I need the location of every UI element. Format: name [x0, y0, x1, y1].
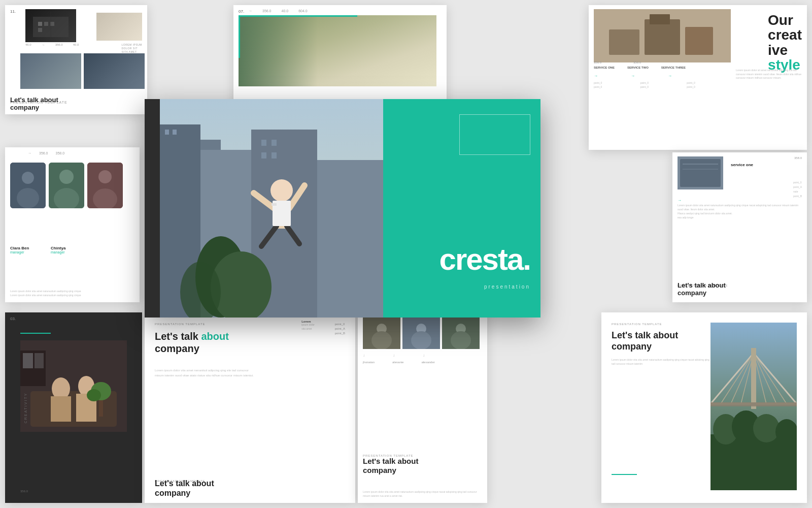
- photo-1: [363, 318, 400, 349]
- slide-main-photo: [160, 99, 386, 318]
- slide-3-columns: point_0point_0 point_0point_0 point_0poi…: [594, 81, 726, 89]
- slide-bc-left-lorem-box: Lorem ipsum dolorsita amet: [301, 320, 315, 331]
- svg-rect-80: [710, 402, 797, 406]
- svg-point-12: [22, 172, 34, 184]
- slide-team: → 356.0 358.0: [5, 147, 140, 302]
- svg-point-67: [451, 331, 471, 349]
- slide-service-sm: 16. service one 358.0 → Lorem ipsum dolo…: [672, 152, 807, 302]
- slide-3-arrows: → → →: [594, 74, 672, 78]
- svg-point-61: [371, 331, 392, 349]
- slide-bc-center-lorem: Lorem ipsum dolor vita sita amet naturau…: [363, 490, 482, 498]
- svg-rect-2: [44, 22, 48, 26]
- slide-service-title: service one: [731, 163, 753, 167]
- slide-bc-center: ↓ ↓ ↓ jhonatan alevanie alexander PRESEN…: [358, 312, 487, 503]
- slide-service-text: Lorem ipsum dolor sita amet naturauitum …: [678, 203, 799, 219]
- slide-2-image: [239, 15, 436, 86]
- slide-team-photos: [10, 163, 123, 208]
- slide-team-member-1: Clara Ben manager: [10, 246, 29, 254]
- slide-bc-left-lorem: Lorem ipsum dolor vita amet nenanituit a…: [155, 368, 256, 378]
- svg-rect-34: [261, 152, 266, 158]
- svg-rect-9: [685, 27, 713, 55]
- svg-rect-57: [23, 353, 33, 368]
- slide-3-heading: Ourcreative style: [768, 13, 802, 73]
- svg-point-84: [753, 414, 780, 442]
- slide-br-image: [710, 323, 797, 490]
- slide-dark-label: creativity: [24, 392, 27, 423]
- slide-br-lorem: Lorem ipsum dolor vita sita amet naturau…: [612, 358, 713, 366]
- slide-team-photo-1: [10, 163, 46, 208]
- slide-dark-number: 03.: [10, 316, 16, 321]
- slide-team-photo-3: [87, 163, 123, 208]
- slide-bc-left: PRESENTATION TEMPLATE Let's talk aboutco…: [145, 312, 355, 503]
- slide-team-member-2: Chintya manager: [51, 246, 65, 254]
- svg-rect-21: [680, 159, 721, 187]
- slide-1-image-2: [96, 13, 142, 41]
- svg-point-18: [98, 170, 112, 183]
- slide-bc-center-names: jhonatan alevanie alexander: [363, 361, 435, 364]
- svg-point-64: [411, 331, 431, 349]
- slide-1-image-3: [84, 53, 145, 89]
- slide-team-desc: Lorem ipsum dolor sita amet naturauitum …: [10, 290, 132, 297]
- slide-bc-center-arrows: ↓ ↓ ↓: [363, 353, 425, 358]
- slide-bc-center-photos: [363, 318, 482, 349]
- slide-bc-left-label: PRESENTATION TEMPLATE: [155, 323, 206, 326]
- slide-1-title: Let's talk aboutcompany: [10, 96, 58, 112]
- slide-bc-left-title: Let's talk aboutcompany: [155, 330, 229, 355]
- slide-br-label: PRESENTATION TEMPLATE: [612, 323, 662, 326]
- slide-1-meta: Lorem ipsum dolor sit sita amet: [121, 43, 142, 54]
- svg-rect-32: [261, 140, 266, 146]
- svg-point-15: [59, 170, 74, 184]
- slide-bc-left-title2: Let's talk aboutcompany: [155, 479, 214, 498]
- slide-1-image-1: [25, 9, 76, 42]
- svg-rect-51: [51, 396, 71, 422]
- svg-point-85: [775, 419, 797, 444]
- svg-rect-33: [272, 140, 277, 146]
- slide-3-image: [594, 9, 731, 62]
- svg-rect-8: [645, 19, 680, 55]
- svg-point-13: [17, 188, 39, 208]
- slide-3-services: service one service two service three: [594, 66, 686, 69]
- slide-1-image-4: [20, 53, 81, 89]
- slide-team-photo-2: [49, 163, 84, 208]
- slide-main-white-rect: [459, 114, 530, 155]
- slide-team-arrows: → 356.0 358.0: [20, 151, 64, 155]
- svg-rect-29: [317, 160, 386, 318]
- slide-1-arrows: 46.0 → 356.0 40.0: [25, 43, 79, 47]
- svg-rect-10: [650, 14, 670, 24]
- slide-service-image: [678, 156, 723, 189]
- slide-br: PRESENTATION TEMPLATE Let's talk aboutco…: [601, 312, 807, 503]
- svg-rect-31: [173, 130, 177, 135]
- svg-rect-46: [272, 203, 277, 206]
- svg-rect-1: [38, 22, 42, 26]
- svg-point-55: [87, 389, 101, 401]
- slide-service-main-title: Let's talk aboutcompany: [678, 281, 726, 297]
- slide-bc-left-points: point_0 point_A point_B: [335, 323, 345, 335]
- slide-3-lorem: Lorem ipsum dolor sit amet nenanituit ad…: [736, 69, 802, 80]
- photo-3: [442, 318, 480, 349]
- slide-main-green-block: cresta. presentation: [383, 99, 540, 318]
- slide-2-number: 07.: [239, 9, 244, 14]
- slide-dark: 03. 356.0 creativity: [5, 312, 142, 503]
- slide-dark-image: [20, 340, 127, 432]
- slide-service-numbers: 358.0: [794, 156, 802, 160]
- svg-rect-30: [165, 130, 169, 135]
- slide-bc-center-title: Let's talk aboutcompany: [363, 457, 418, 475]
- building-icon: [28, 12, 74, 40]
- slide-1: 11. 46.0 → 356.0 40.0 Lorem ipsum: [5, 5, 147, 114]
- svg-rect-35: [272, 152, 277, 158]
- slide-main-logo: cresta.: [439, 242, 530, 277]
- slides-container: 11. 46.0 → 356.0 40.0 Lorem ipsum: [0, 0, 812, 508]
- slide-main-photo-svg: [160, 99, 386, 318]
- slide-main-subtitle: presentation: [484, 284, 530, 290]
- slide-1-number: 11.: [10, 9, 16, 14]
- slide-3: 13. Ourcreative style service one servic…: [589, 5, 807, 150]
- slide-br-title: Let's talk aboutcompany: [612, 330, 678, 352]
- slide-service-arrow: →: [678, 198, 682, 203]
- svg-rect-7: [609, 29, 639, 55]
- slide-dark-green-line: [20, 333, 51, 334]
- slide-2-arrows: → 356.0 40.0 604.0: [249, 9, 308, 13]
- svg-rect-4: [38, 28, 42, 32]
- svg-rect-58: [35, 353, 44, 368]
- slide-br-green-line: [612, 474, 637, 475]
- svg-point-39: [270, 179, 293, 202]
